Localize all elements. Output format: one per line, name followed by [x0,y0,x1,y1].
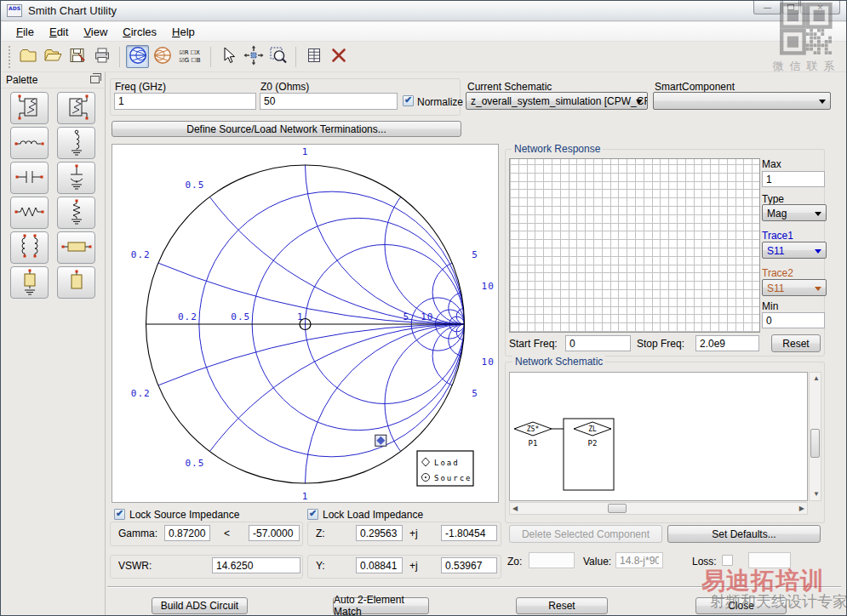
palette-series-resistor-button[interactable] [10,197,49,229]
series-capacitor-icon [13,163,47,194]
gamma-angle-input[interactable] [249,525,300,541]
smith-chart-svg[interactable]: 0.20.51510110.50.50.20.2551010LoadSource [112,145,498,502]
toolbar-grip[interactable] [9,46,11,68]
palette-series-inductor-button[interactable] [10,127,49,159]
toolbar-folder-open-button[interactable] [41,45,64,68]
scroll-up-icon[interactable]: ▲ [813,375,820,382]
normalize-checkbox[interactable] [403,95,414,106]
define-terminations-button[interactable]: Define Source/Load Network Terminations.… [112,121,461,137]
vscroll-thumb[interactable] [810,429,820,458]
z0-input[interactable] [260,93,398,110]
toolbar-smith-admittance-button[interactable] [151,45,174,68]
chevron-down-icon [815,249,821,254]
network-schematic-svg: ZS* P1 ZL P2 [510,373,807,500]
toolbar-rx-gb-options[interactable]: ☑R ☐X☑G ☐B [175,45,204,68]
scroll-right-icon[interactable]: ▶ [799,505,804,512]
stop-freq-input[interactable] [695,335,759,351]
min-input[interactable] [762,312,825,328]
palette-header: Palette [1,72,105,88]
maximize-button[interactable] [782,1,799,14]
auto-match-button[interactable]: Auto 2-Element Match [333,597,429,614]
delete-component-button[interactable]: Delete Selected Component [509,525,662,543]
z-real-input[interactable] [356,525,403,541]
palette-transmission-line-button[interactable] [57,231,95,264]
close-button[interactable]: ✕ [800,1,840,14]
palette-shunt-network-block-button[interactable] [10,92,49,124]
y-imag-input[interactable] [441,557,497,573]
z-imag-input[interactable] [441,525,497,541]
shunt-network-block-icon [13,93,47,124]
lock-load-checkbox[interactable] [307,509,318,520]
lock-source-checkbox[interactable] [114,509,125,520]
open-stub-icon [60,267,94,299]
footer-separator [107,586,841,587]
z-plus-j: +j [409,528,418,539]
max-input[interactable] [762,171,825,187]
palette-open-stub-button[interactable] [57,266,95,299]
loss-input[interactable] [748,552,791,568]
y-real-input[interactable] [356,557,403,573]
palette-shorted-stub-button[interactable] [10,266,49,299]
toolbar-print-button[interactable] [90,45,113,68]
svg-text:P2: P2 [588,439,598,448]
gamma-mag-input[interactable] [164,525,210,541]
scroll-down-icon[interactable]: ▼ [813,491,820,498]
network-schematic-canvas[interactable]: ZS* P1 ZL P2 [509,372,808,501]
toolbar-smith-impedance-button[interactable] [126,45,149,68]
palette-series-network-block-button[interactable] [57,92,95,124]
start-freq-input[interactable] [565,335,631,351]
toolbar-zoom-select-button[interactable] [266,45,289,68]
palette-shunt-inductor-button[interactable] [57,127,95,159]
toolbar-cursor-button[interactable] [217,45,240,68]
freq-input[interactable] [114,93,256,110]
rx-gb-icon: ☑R ☐X☑G ☐B [179,49,200,65]
response-reset-button[interactable]: Reset [771,334,821,352]
zo-label: Zo: [507,556,522,568]
palette-shunt-resistor-button[interactable] [57,197,95,229]
current-schematic-combo[interactable]: z_overall_system_simulation [CPW_CF [466,92,648,110]
palette-shunt-capacitor-button[interactable] [57,162,95,194]
toolbar-datapoints-table-button[interactable] [302,45,325,68]
network-response-graph[interactable] [509,158,760,333]
menu-help[interactable]: Help [164,22,203,41]
svg-text:1: 1 [302,146,309,157]
stop-freq-label: Stop Freq: [637,338,684,350]
vswr-label: VSWR: [118,560,152,572]
vswr-input[interactable] [212,557,300,573]
schematic-vscrollbar[interactable]: ▲ ▼ [809,372,821,501]
palette-transformer-button[interactable] [10,231,49,264]
current-schematic-label: Current Schematic [467,81,552,93]
svg-text:10: 10 [482,356,495,368]
set-defaults-button[interactable]: Set Defaults... [667,525,821,543]
series-inductor-icon [13,128,47,159]
smart-component-combo[interactable] [653,92,831,110]
z0-label: Z0 (Ohms) [260,81,309,93]
palette-float-icon[interactable] [90,76,100,83]
toolbar-save-button[interactable] [66,45,89,68]
hscroll-thumb[interactable] [608,504,627,513]
footer-reset-button[interactable]: Reset [516,597,608,614]
trace1-combo[interactable]: S11 [762,242,827,259]
toolbar-delete-button[interactable] [327,45,350,68]
network-response-title: Network Response [512,143,603,155]
schematic-hscrollbar[interactable]: ◀ ▶ [509,502,808,515]
footer-close-button[interactable]: Close [695,597,787,614]
cursor-icon [220,46,238,67]
menu-circles[interactable]: Circles [115,22,164,41]
menu-file[interactable]: File [9,22,42,41]
toolbar-move-button[interactable] [242,45,265,68]
value-input[interactable] [615,552,663,568]
print-icon [93,46,112,67]
palette-series-capacitor-button[interactable] [10,162,49,194]
menu-edit[interactable]: Edit [42,22,76,41]
build-ads-circuit-button[interactable]: Build ADS Circuit [152,597,248,614]
type-combo[interactable]: Mag [762,204,827,221]
zo-input[interactable] [529,552,575,568]
loss-checkbox[interactable] [722,555,733,566]
minimize-button[interactable]: — [753,1,781,14]
trace2-combo[interactable]: S11 [762,279,827,296]
scroll-left-icon[interactable]: ◀ [512,505,518,512]
menu-view[interactable]: View [76,22,115,41]
toolbar-folder-closed-button[interactable] [16,45,39,68]
agilent-ads-logo-icon: ADS [7,4,22,17]
